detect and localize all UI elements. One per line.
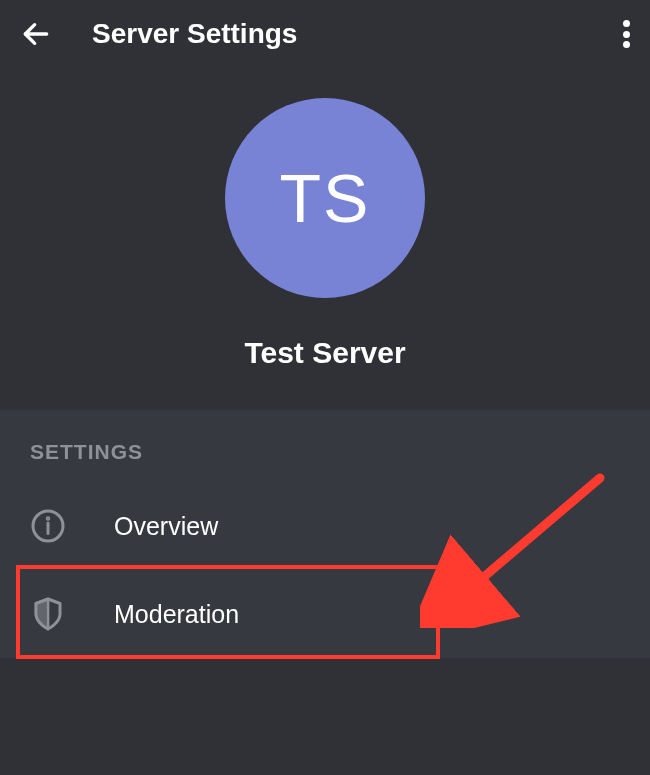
info-icon [30, 508, 66, 544]
svg-point-3 [47, 518, 49, 520]
server-name: Test Server [244, 336, 405, 370]
settings-section: SETTINGS Overview Moderation [0, 410, 650, 658]
more-options-icon[interactable] [622, 18, 630, 50]
back-arrow-icon[interactable] [20, 18, 52, 50]
menu-item-moderation[interactable]: Moderation [0, 570, 650, 658]
menu-item-label: Overview [114, 512, 218, 541]
menu-item-label: Moderation [114, 600, 239, 629]
settings-section-header: SETTINGS [0, 440, 650, 482]
page-title: Server Settings [92, 18, 622, 50]
menu-item-overview[interactable]: Overview [0, 482, 650, 570]
shield-icon [30, 596, 66, 632]
server-info-section: TS Test Server [0, 68, 650, 410]
header-bar: Server Settings [0, 0, 650, 68]
server-avatar[interactable]: TS [225, 98, 425, 298]
